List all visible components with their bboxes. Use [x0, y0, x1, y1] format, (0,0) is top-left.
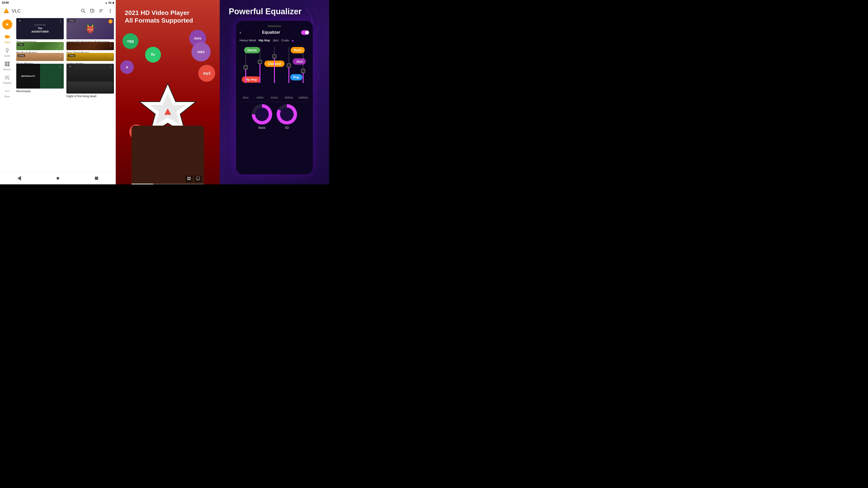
more-icon-dewtown[interactable]: ⋮: [109, 43, 113, 47]
bass-knob-container: Bass: [252, 104, 272, 129]
3d-knob-container: 3D: [277, 104, 297, 129]
format-bubbles: ogg mov flv mkv mp3 a MP: [116, 29, 220, 184]
grid-icon: [187, 177, 191, 180]
preset-heavymetal[interactable]: Heavy Metal: [240, 39, 256, 43]
audio-nav-label: Audio: [4, 55, 10, 57]
eq-fill-5: [303, 72, 304, 83]
svg-point-4: [81, 9, 84, 12]
svg-rect-20: [5, 62, 7, 64]
more-icon-night[interactable]: ⋮: [109, 65, 113, 69]
middle-title-text: 2021 HD Video Player All Formats Support…: [125, 9, 193, 24]
bubble-a: a: [120, 60, 134, 74]
freq-14000hz: 14000Hz: [297, 96, 309, 99]
home-icon: [57, 177, 59, 180]
nav-browse[interactable]: Browse: [1, 60, 13, 72]
nav-more[interactable]: More: [1, 87, 13, 99]
back-icon: [18, 176, 21, 181]
time-display: 10:00: [2, 1, 9, 4]
more-icon-llama[interactable]: ⋮: [109, 54, 113, 58]
video-thumb-adventurer: SD CHAPTER TWO TheADVENTURER ⋮: [16, 18, 64, 39]
recents-button[interactable]: [92, 174, 101, 183]
bass-knob-inner: [255, 107, 269, 121]
svg-rect-36: [187, 179, 189, 180]
eq-track-2: [259, 47, 260, 83]
eq-toggle[interactable]: [301, 30, 309, 35]
eq-header-title: Equalizer: [262, 30, 280, 35]
video-thumb-gran: 1080p ⋮: [16, 53, 64, 61]
signal-icon: 4G: [108, 1, 112, 4]
play-button[interactable]: [1, 18, 13, 31]
history-button[interactable]: [90, 8, 95, 13]
middle-header: 2021 HD Video Player All Formats Support…: [116, 0, 220, 29]
3d-knob[interactable]: [277, 104, 297, 125]
3d-knob-inner: [280, 107, 293, 121]
freq-910hz: 910Hz: [268, 96, 281, 99]
nav-playlists[interactable]: Playlists: [1, 73, 13, 86]
svg-point-30: [8, 91, 9, 92]
video-card-gran[interactable]: 1080p ⋮ Gran dillama 2:26: [16, 53, 64, 61]
svg-point-12: [110, 10, 111, 11]
nav-video[interactable]: Video: [1, 33, 13, 45]
eq-phone-header: ‹ Equalizer: [240, 30, 309, 35]
search-button[interactable]: [81, 8, 86, 13]
bubble-ogg: ogg: [123, 33, 138, 49]
video-thumb-dewtown: ⋮: [66, 42, 114, 50]
svg-point-29: [7, 91, 8, 92]
vlc-cone-icon: [3, 7, 10, 14]
top-bar: VLC: [0, 5, 116, 16]
more-icon-gran[interactable]: ⋮: [59, 54, 62, 58]
preset-custom[interactable]: Custo: [281, 39, 289, 43]
video-card-adventurer[interactable]: SD CHAPTER TWO TheADVENTURER ⋮ The Adven…: [16, 18, 64, 39]
eq-dropdown-icon[interactable]: ▾: [292, 39, 293, 43]
more-icon-agent327[interactable]: ⋮: [109, 20, 113, 23]
eq-thumb-5[interactable]: [301, 69, 305, 73]
sort-button[interactable]: [98, 8, 104, 13]
preset-jazz[interactable]: Jazz: [273, 39, 279, 43]
bubble-flv: flv: [145, 47, 161, 63]
status-bar: 10:00 ▲ 4G ▮: [0, 0, 116, 5]
more-icon-adventurer[interactable]: ⋮: [59, 20, 62, 23]
video-card-llama[interactable]: 1080p ⋮ Llama drama 1:30: [66, 53, 114, 61]
video-thumb-micro: MICRONAUTS ⋮: [16, 64, 64, 89]
play-icon[interactable]: [2, 20, 12, 29]
eq-toggle-dot: [305, 31, 309, 34]
eq-back-button[interactable]: ‹: [240, 30, 241, 35]
progress-fill: [131, 184, 153, 184]
eq-thumb-4[interactable]: [287, 64, 291, 68]
back-button[interactable]: [15, 174, 24, 183]
video-thumb-llama: 1080p ⋮: [66, 53, 114, 61]
video-card-agent327[interactable]: 1080p ✓ 👹 ⋮ Agent 327 Operation Barbersh…: [66, 18, 114, 39]
more-icon-bigbuck[interactable]: ⋮: [59, 43, 62, 47]
svg-marker-27: [8, 78, 9, 79]
freq-60hz: 60Hz: [240, 96, 252, 99]
svg-point-28: [5, 91, 6, 92]
video-card-bigbuck[interactable]: 720p ⋮ Big Buck Bunny 9:56: [16, 42, 64, 50]
side-nav: Video Audio Browse Playlists: [0, 16, 14, 172]
middle-title: 2021 HD Video Player All Formats Support…: [125, 9, 211, 24]
more-options-button[interactable]: [107, 8, 113, 13]
eq-thumb-3[interactable]: [272, 55, 276, 59]
video-card-dewtown[interactable]: ⋮ Dew Town Mayor 2 videos: [66, 42, 114, 50]
content-area: Video Audio Browse Playlists: [0, 16, 116, 172]
nav-audio[interactable]: Audio: [1, 46, 13, 59]
eq-track-5: [303, 47, 304, 83]
playlists-nav-label: Playlists: [3, 82, 11, 84]
home-button[interactable]: [53, 174, 62, 183]
eq-thumb-1[interactable]: [244, 65, 248, 69]
svg-rect-37: [189, 179, 191, 180]
video-card-micro[interactable]: MICRONAUTS ⋮ Micronauts: [16, 64, 64, 94]
video-thumb-bigbuck: 720p ⋮: [16, 42, 64, 50]
preset-hiphop[interactable]: Hip Hop: [258, 39, 270, 43]
battery-icon: ▮: [113, 1, 114, 4]
svg-rect-35: [189, 177, 191, 178]
vlc-logo: [3, 7, 10, 14]
eq-track-4: [288, 47, 289, 83]
more-icon-micro[interactable]: ⋮: [59, 65, 62, 69]
video-card-night[interactable]: SD ⋮ Night of the living dead: [66, 64, 114, 94]
eq-bar-230hz: [254, 47, 266, 92]
video-title-night: Night of the living dead: [66, 94, 114, 98]
bass-knob[interactable]: [252, 104, 272, 125]
vlc-panel: 10:00 ▲ 4G ▮ VLC: [0, 0, 116, 184]
eq-thumb-2[interactable]: [258, 60, 262, 64]
video-thumb-agent327: 1080p ✓ 👹 ⋮: [66, 18, 114, 39]
